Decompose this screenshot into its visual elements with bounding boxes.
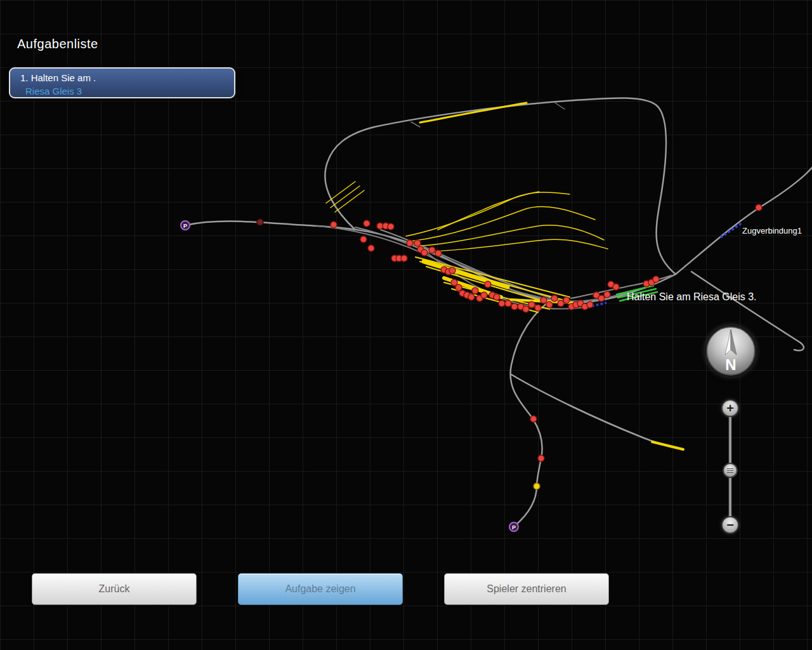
compass[interactable]: N (705, 326, 756, 376)
signal-dot (429, 247, 435, 253)
signal-dot (540, 297, 547, 303)
signal-dot (528, 302, 535, 308)
signal-dot (587, 302, 593, 308)
signal-dot (451, 279, 457, 286)
signal-dots-dark (257, 219, 263, 225)
signal-dot (523, 306, 529, 312)
yard-sidings (326, 103, 683, 449)
signal-dot (481, 292, 487, 298)
center-player-button[interactable]: Spieler zentrieren (444, 573, 609, 605)
zoom-in-button[interactable]: + (721, 399, 739, 417)
signal-dot (401, 255, 407, 262)
signal-dot (535, 305, 541, 311)
signal-dot (604, 291, 610, 298)
signal-dot (534, 483, 540, 489)
signal-dot (494, 294, 500, 300)
signal-dot (363, 220, 370, 227)
signal-dot (499, 300, 505, 307)
signal-dot (421, 249, 428, 256)
back-button[interactable]: Zurück (32, 573, 197, 605)
zoom-out-button[interactable]: − (721, 516, 739, 534)
show-task-button[interactable]: Aufgabe zeigen (238, 573, 403, 605)
signal-dot (505, 300, 511, 307)
signal-dot (368, 245, 374, 251)
p-marker-west: P (181, 221, 190, 230)
signal-dot (558, 300, 564, 307)
map-label-task-target: Halten Sie am Riesa Gleis 3. (627, 291, 757, 302)
p-marker-label: P (512, 524, 516, 531)
signal-dot (435, 250, 442, 256)
signal-dot (551, 295, 558, 302)
signal-dot (414, 240, 421, 246)
map-screen: Aufgabenliste 1. Halten Sie am . Riesa G… (0, 0, 812, 650)
minus-icon: − (726, 518, 734, 532)
compass-north-label: N (725, 356, 736, 373)
map-label-zugverbindung: Zugverbindung1 (742, 226, 802, 235)
signal-dot (472, 288, 478, 294)
signal-dot (756, 204, 762, 211)
zoom-slider-handle[interactable] (723, 463, 738, 478)
signal-dot (449, 267, 455, 274)
signal-dot (538, 455, 544, 461)
p-marker-south: P (509, 522, 518, 531)
signal-dots-yellow (534, 483, 540, 489)
plus-icon: + (726, 401, 734, 415)
signal-dot (530, 416, 537, 422)
signal-dot (598, 295, 605, 302)
track-network (185, 98, 812, 526)
signal-dot (360, 236, 367, 242)
signal-dot (331, 222, 337, 228)
signal-dot (511, 303, 518, 310)
signal-dot (613, 284, 619, 290)
track-map[interactable]: P P Zugverbindung1 Halten Sie am Riesa G… (0, 0, 812, 650)
signal-dot (563, 297, 570, 303)
signal-dot (468, 294, 475, 300)
signal-dot (407, 240, 413, 246)
signal-dot (653, 276, 659, 282)
signal-dot (485, 281, 491, 288)
signal-dot (546, 302, 553, 308)
signal-dot (388, 223, 394, 230)
signal-dot (257, 219, 263, 225)
signal-dot (455, 284, 462, 291)
p-marker-label: P (183, 223, 187, 229)
